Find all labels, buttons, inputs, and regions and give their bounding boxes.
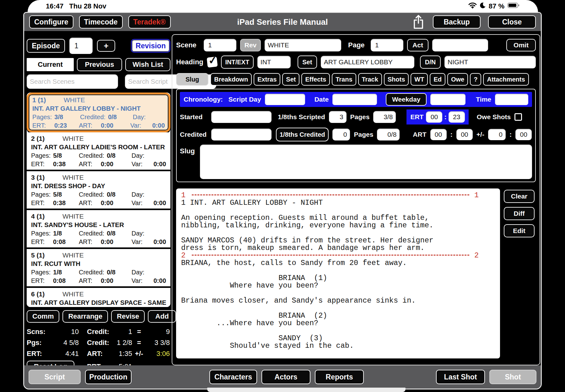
add-episode-button[interactable]: + — [97, 40, 115, 52]
left-tab-current[interactable]: Current — [27, 58, 74, 71]
started-pages-input[interactable] — [373, 111, 396, 123]
detail-tab-attachments[interactable]: Attachments — [483, 73, 529, 86]
date-label: Date — [315, 96, 329, 103]
set-input[interactable] — [321, 56, 414, 68]
page-number-input[interactable] — [371, 39, 403, 51]
scene-list-item[interactable]: 1 (1) WHITE INT. ART GALLERY LOBBY - NIG… — [27, 93, 170, 132]
rearrange-button[interactable]: Rearrange — [62, 310, 108, 323]
edit-button[interactable]: Edit — [504, 224, 535, 237]
actors-button[interactable]: Actors — [261, 370, 310, 384]
script-tab-button[interactable]: Script — [29, 370, 81, 384]
characters-button[interactable]: Characters — [209, 370, 257, 384]
omit-button[interactable]: Omit — [506, 39, 536, 51]
comm-button[interactable]: Comm — [27, 310, 59, 323]
set-button[interactable]: Set — [298, 56, 317, 69]
detail-tab-shots[interactable]: Shots — [384, 73, 409, 86]
started-input[interactable] — [211, 111, 272, 123]
script-day-input[interactable] — [265, 94, 305, 105]
int-ext-button[interactable]: INT/EXT — [221, 56, 254, 69]
detail-tab-trans[interactable]: Trans — [332, 73, 356, 86]
close-button[interactable]: Close — [488, 15, 536, 29]
art-minutes-input[interactable] — [456, 129, 473, 140]
script-side-buttons: Clear Diff Edit — [504, 188, 535, 358]
int-ext-input[interactable] — [257, 56, 291, 68]
eighths-scripted-input[interactable] — [329, 111, 347, 123]
credited-input[interactable] — [211, 129, 272, 140]
detail-tab-tab[interactable]: ? — [470, 73, 481, 86]
status-bar: 16:47 Thu 28 Nov 87 % — [28, 0, 538, 12]
scene-list-item[interactable]: 6 (1) WHITE INT. ART GALLERY DISPLAY SPA… — [27, 288, 170, 307]
clear-button[interactable]: Clear — [504, 190, 535, 203]
eighths-credited-input[interactable] — [332, 129, 350, 140]
battery-icon — [507, 2, 520, 10]
left-tab-previous[interactable]: Previous — [77, 58, 122, 71]
backup-button[interactable]: Backup — [433, 15, 481, 29]
revision-button[interactable]: Revision — [131, 39, 170, 53]
script-revision-marker: 22 — [181, 252, 479, 259]
owe-shots-checkbox[interactable] — [514, 113, 522, 121]
reports-button[interactable]: Reports — [315, 370, 364, 384]
timecode-button[interactable]: Timecode — [79, 15, 123, 29]
detail-tab-slug[interactable]: Slug — [176, 73, 208, 86]
day-night-button[interactable]: D/N — [420, 56, 441, 69]
last-shot-button[interactable]: Last Shot — [436, 370, 485, 384]
ert-hours-input[interactable] — [426, 111, 442, 123]
variance-hours-input[interactable] — [488, 129, 506, 140]
configure-button[interactable]: Configure — [29, 15, 73, 29]
weekday-button[interactable]: Weekday — [386, 93, 427, 106]
rev-button[interactable]: Rev — [240, 39, 261, 51]
production-tab-button[interactable]: Production — [85, 370, 132, 384]
diff-button[interactable]: Diff — [504, 207, 535, 220]
left-panel: Episode + Revision CurrentPreviousWish L… — [27, 37, 170, 373]
scene-list-item[interactable]: 3 (1) WHITE INT. DRESS SHOP - DAY Pages:… — [27, 171, 170, 210]
variance-minutes-input[interactable] — [515, 129, 532, 140]
script-viewer[interactable]: 111 INT. ART GALLERY LOBBY - NIGHTAn ope… — [176, 188, 500, 358]
act-input[interactable] — [432, 39, 488, 51]
act-button[interactable]: Act — [407, 39, 428, 51]
time-input[interactable] — [495, 94, 528, 105]
detail-tab-set[interactable]: Set — [282, 73, 299, 86]
art-hours-input[interactable] — [430, 129, 447, 140]
revise-button[interactable]: Revise — [111, 310, 145, 323]
date-input[interactable] — [332, 94, 377, 105]
left-tab-wish-list[interactable]: Wish List — [125, 58, 170, 71]
search-scenes-input[interactable] — [27, 74, 118, 89]
credited-label: Credited — [180, 131, 207, 138]
detail-tab-ed[interactable]: Ed — [430, 73, 445, 86]
plus-minus-label: +/- — [476, 131, 484, 138]
scene-number: 5 (1) — [31, 252, 62, 259]
shot-button[interactable]: Shot — [489, 370, 536, 384]
scene-list[interactable]: 1 (1) WHITE INT. ART GALLERY LOBBY - NIG… — [27, 93, 170, 307]
home-indicator[interactable] — [207, 388, 406, 392]
scene-pages-row: Pages:1/8 Credited:0/8 Day: — [31, 230, 166, 237]
detail-tab-owe[interactable]: Owe — [447, 73, 468, 86]
detail-tab-wt[interactable]: WT — [411, 73, 428, 86]
scene-number-input[interactable] — [204, 39, 236, 51]
scene-list-item[interactable]: 4 (1) WHITE INT. SANDY'S HOUSE - LATER P… — [27, 210, 170, 249]
credited-pages-input[interactable] — [377, 129, 400, 140]
detail-tab-effects[interactable]: Effects — [301, 73, 330, 86]
episode-number-input[interactable] — [69, 38, 93, 54]
weekday-input[interactable] — [430, 94, 465, 105]
ert-colon: : — [444, 113, 446, 121]
eighths-credited-button[interactable]: 1/8ths Credited — [276, 128, 329, 141]
detail-tab-extras[interactable]: Extras — [254, 73, 280, 86]
episode-button[interactable]: Episode — [27, 39, 65, 53]
scene-list-item[interactable]: 5 (1) WHITE INT. RCUT WITH Pages:1/8 Cre… — [27, 249, 170, 288]
scene-pages-row: Pages:5/8 Credited:0/8 Day: — [31, 191, 166, 198]
ert-minutes-input[interactable] — [449, 111, 465, 123]
revision-color-input[interactable] — [265, 39, 341, 51]
scene-heading: INT. ART GALLERY LOBBY - NIGHT — [32, 105, 165, 112]
bottom-toolbar: Script Production Characters Actors Repo… — [24, 365, 541, 389]
started-pages-label: Pages — [350, 113, 370, 121]
scene-list-item[interactable]: 2 (1) WHITE INT. ART GALLERY LADIE'S ROO… — [27, 132, 170, 171]
day-night-input[interactable] — [444, 56, 536, 68]
detail-tab-breakdown[interactable]: Breakdown — [210, 73, 252, 86]
slug-textarea[interactable] — [200, 145, 532, 179]
share-export-icon[interactable] — [412, 14, 425, 30]
detail-tab-track[interactable]: Track — [358, 73, 382, 86]
ert-label: ERT — [410, 113, 423, 121]
teradek-button[interactable]: Teradek® — [128, 15, 171, 29]
script-line: BRIANA (1) — [181, 274, 499, 282]
heading-checkbox[interactable] — [207, 56, 218, 67]
